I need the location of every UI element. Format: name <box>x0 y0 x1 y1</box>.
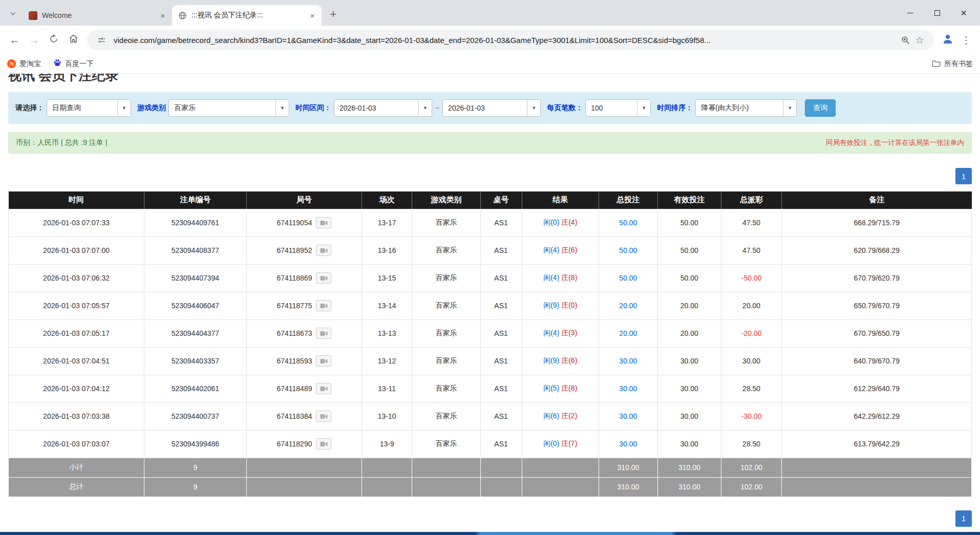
cell-total-bet: 50.00 <box>599 209 658 237</box>
date-end-value: 2026-01-03 <box>443 100 527 116</box>
zoom-icon[interactable] <box>898 33 912 47</box>
all-bookmarks-button[interactable]: 所有书签 <box>932 59 973 69</box>
cell-valid-bet: 30.00 <box>657 430 721 458</box>
page-number-button[interactable]: 1 <box>955 168 972 184</box>
table-header-row: 时间 注单编号 局号 场次 游戏类别 桌号 结果 总投注 有效投注 总派彩 备注 <box>9 191 972 209</box>
chevron-down-icon[interactable]: ▼ <box>418 100 432 116</box>
total-bet-link[interactable]: 30.00 <box>619 357 637 365</box>
cell-game-type: 百家乐 <box>412 264 481 292</box>
cell-game-type: 百家乐 <box>412 209 481 237</box>
cell-valid-bet: 20.00 <box>657 292 721 319</box>
chevron-down-icon[interactable]: ▼ <box>275 100 289 116</box>
date-end-input[interactable]: 2026-01-03 ▼ <box>442 99 541 117</box>
bookmark-baidu[interactable]: 百度一下 <box>53 59 94 69</box>
cell-game-type: 百家乐 <box>412 347 481 375</box>
forward-button[interactable]: → <box>25 30 44 50</box>
window-close-button[interactable]: × <box>950 0 977 26</box>
date-start-input[interactable]: 2026-01-03 ▼ <box>334 99 432 117</box>
chevron-down-icon[interactable]: ▼ <box>637 100 650 116</box>
summary-bar: 币别：人民币 | 总共 :9 注单 | 同局有效投注，统一计算在该局第一张注单内 <box>8 132 972 154</box>
table-row: 2026-01-03 07:03:38523094400737674118384… <box>9 402 972 430</box>
total-bet-link[interactable]: 50.00 <box>619 274 637 282</box>
total-bet-link[interactable]: 30.00 <box>619 384 637 393</box>
total-bet-link[interactable]: 30.00 <box>619 412 637 420</box>
cell-game-type: 百家乐 <box>412 402 481 430</box>
table-foot: 小计9310.00310.00102.00总计9310.00310.00102.… <box>9 458 972 497</box>
home-icon <box>69 34 78 46</box>
browser-menu-button[interactable]: ⋮ <box>957 30 975 50</box>
cell-result: 闲(4) 庄(3) <box>522 319 599 347</box>
bookmark-star-icon[interactable]: ☆ <box>912 33 927 47</box>
search-button[interactable]: 查询 <box>805 99 836 117</box>
cell-game-type: 百家乐 <box>412 292 481 319</box>
cell-total-bet: 30.00 <box>599 402 658 430</box>
video-icon-button[interactable] <box>316 300 331 311</box>
cell-valid-bet: 20.00 <box>657 319 721 347</box>
cell-total-bet: 30.00 <box>599 375 658 402</box>
cell-payout: -50.00 <box>721 264 782 292</box>
summary-notice: 同局有效投注，统一计算在该局第一张注单内 <box>826 138 964 147</box>
total-bet-link[interactable]: 20.00 <box>619 302 637 310</box>
video-icon-button[interactable] <box>316 217 331 228</box>
cell-table-no: AS1 <box>480 402 522 430</box>
page-number-button[interactable]: 1 <box>955 510 972 527</box>
summary-payout: 102.00 <box>721 458 782 477</box>
query-type-value: 日期查询 <box>47 100 117 116</box>
video-icon-button[interactable] <box>316 272 331 284</box>
cell-payout: 28.50 <box>721 430 782 458</box>
summary-total-bet: 310.00 <box>599 477 658 497</box>
close-icon[interactable]: × <box>158 10 168 20</box>
cell-bet-id: 523094403357 <box>144 347 246 375</box>
new-tab-button[interactable]: + <box>326 7 341 22</box>
cell-result: 闲(5) 庄(8) <box>522 375 599 402</box>
refresh-icon <box>49 34 58 46</box>
page-size-select[interactable]: 100 ▼ <box>585 99 651 117</box>
table-row: 2026-01-03 07:05:17523094404377674118673… <box>9 319 972 347</box>
chevron-down-icon[interactable]: ▼ <box>527 100 540 116</box>
minimize-button[interactable] <box>897 0 924 26</box>
video-icon-button[interactable] <box>316 328 331 339</box>
cell-total-bet: 20.00 <box>599 292 658 319</box>
url-bar[interactable]: videoie.com/game/betrecord_search/kind3?… <box>87 30 934 50</box>
total-bet-link[interactable]: 50.00 <box>619 246 637 254</box>
url-text: videoie.com/game/betrecord_search/kind3?… <box>114 36 898 45</box>
cell-round: 674118593 <box>246 347 362 375</box>
site-settings-icon[interactable] <box>94 33 109 47</box>
close-icon[interactable]: × <box>307 10 317 20</box>
game-type-select[interactable]: 百家乐 ▼ <box>168 99 289 117</box>
home-button[interactable] <box>63 30 83 50</box>
tab-welcome[interactable]: Welcome × <box>23 5 172 26</box>
total-bet-link[interactable]: 20.00 <box>619 329 637 337</box>
video-icon-button[interactable] <box>316 355 331 367</box>
back-icon: ← <box>10 34 20 46</box>
video-icon-button[interactable] <box>316 438 331 450</box>
query-type-select[interactable]: 日期查询 ▼ <box>47 99 131 117</box>
total-bet-link[interactable]: 50.00 <box>619 219 637 227</box>
cell-payout: 47.50 <box>721 237 782 264</box>
tab-search-button[interactable] <box>5 7 20 22</box>
cell-valid-bet: 30.00 <box>657 347 721 375</box>
video-icon-button[interactable] <box>316 383 331 394</box>
cell-bet-id: 523094404377 <box>144 319 246 347</box>
sort-select[interactable]: 降幂(由大到小) ▼ <box>695 99 797 117</box>
chevron-down-icon[interactable]: ▼ <box>783 100 796 116</box>
header-table-no: 桌号 <box>480 191 522 209</box>
table-row: 2026-01-03 07:05:57523094406047674118775… <box>9 292 972 319</box>
cell-note: 620.79/668.29 <box>782 237 972 264</box>
cell-total-bet: 20.00 <box>599 319 658 347</box>
cell-session: 13-16 <box>362 237 412 264</box>
cell-valid-bet: 30.00 <box>657 375 721 402</box>
cell-time: 2026-01-03 07:07:33 <box>9 209 144 237</box>
profile-button[interactable] <box>938 30 957 50</box>
maximize-button[interactable] <box>924 0 950 26</box>
video-icon-button[interactable] <box>316 411 331 422</box>
cell-bet-id: 523094402061 <box>144 375 246 402</box>
back-button[interactable]: ← <box>5 30 25 50</box>
refresh-button[interactable] <box>44 30 63 50</box>
video-icon-button[interactable] <box>316 245 331 256</box>
tab-bet-record[interactable]: :::视讯 会员下注纪录::: × <box>172 5 322 26</box>
chevron-down-icon[interactable]: ▼ <box>117 100 131 116</box>
cell-session: 13-12 <box>362 347 412 375</box>
bookmark-taobao[interactable]: 淘 爱淘宝 <box>7 59 41 69</box>
total-bet-link[interactable]: 30.00 <box>619 440 637 448</box>
